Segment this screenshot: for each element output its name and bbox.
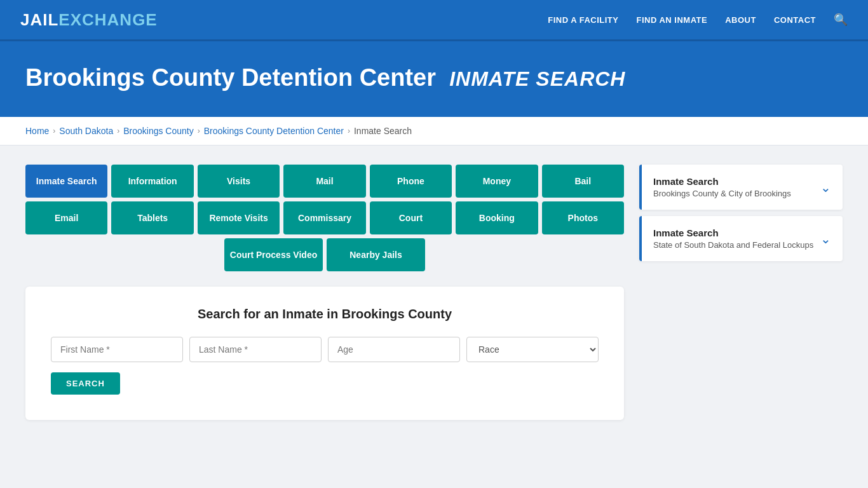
- breadcrumb-facility[interactable]: Brookings County Detention Center: [204, 126, 344, 136]
- tab-phone[interactable]: Phone: [370, 165, 452, 198]
- sep-4: ›: [348, 126, 350, 135]
- breadcrumb-county[interactable]: Brookings County: [123, 126, 194, 136]
- tab-court-process-video[interactable]: Court Process Video: [224, 238, 323, 271]
- hero-subtitle: INMATE SEARCH: [449, 67, 625, 90]
- search-button[interactable]: SEARCH: [51, 372, 120, 395]
- tab-nearby-jails[interactable]: Nearby Jails: [327, 238, 425, 271]
- breadcrumb-state[interactable]: South Dakota: [59, 126, 113, 136]
- age-input[interactable]: [328, 337, 460, 362]
- tab-tablets[interactable]: Tablets: [111, 201, 193, 234]
- sep-3: ›: [198, 126, 200, 135]
- sidebar-card-brookings-subtitle: Brookings County & City of Brookings: [653, 189, 791, 198]
- tab-mail[interactable]: Mail: [283, 165, 365, 198]
- search-card: Search for an Inmate in Brookings County…: [25, 287, 624, 420]
- hero-title: Brookings County Detention Center: [25, 64, 436, 91]
- sidebar-card-southdakota-text: Inmate Search State of South Dakota and …: [653, 227, 813, 250]
- search-icon[interactable]: 🔍: [834, 13, 848, 27]
- sidebar-card-southdakota: Inmate Search State of South Dakota and …: [639, 216, 843, 261]
- breadcrumb-home[interactable]: Home: [25, 126, 49, 136]
- tab-photos[interactable]: Photos: [542, 201, 624, 234]
- left-section: Inmate Search Information Visits Mail Ph…: [25, 165, 624, 420]
- tab-money[interactable]: Money: [456, 165, 538, 198]
- content-layout: Inmate Search Information Visits Mail Ph…: [25, 165, 843, 420]
- sidebar-card-brookings-title: Inmate Search: [653, 176, 791, 187]
- first-name-input[interactable]: [51, 337, 183, 362]
- right-sidebar: Inmate Search Brookings County & City of…: [639, 165, 843, 420]
- page-title: Brookings County Detention Center INMATE…: [25, 64, 843, 92]
- tab-visits[interactable]: Visits: [198, 165, 280, 198]
- tab-bail[interactable]: Bail: [542, 165, 624, 198]
- tab-email[interactable]: Email: [25, 201, 107, 234]
- breadcrumb-bar: Home › South Dakota › Brookings County ›…: [0, 117, 868, 146]
- sep-1: ›: [53, 126, 55, 135]
- tab-commissary[interactable]: Commissary: [283, 201, 365, 234]
- sidebar-card-brookings: Inmate Search Brookings County & City of…: [639, 165, 843, 210]
- search-title: Search for an Inmate in Brookings County: [51, 307, 599, 322]
- nav-find-inmate[interactable]: FIND AN INMATE: [636, 15, 707, 25]
- tabs-row-1: Inmate Search Information Visits Mail Ph…: [25, 165, 624, 198]
- nav-contact[interactable]: CONTACT: [774, 15, 816, 25]
- sidebar-card-southdakota-subtitle: State of South Dakota and Federal Lockup…: [653, 240, 813, 250]
- sidebar-card-brookings-header[interactable]: Inmate Search Brookings County & City of…: [642, 165, 843, 210]
- site-logo[interactable]: JAILEXCHANGE: [20, 10, 158, 30]
- sidebar-card-brookings-text: Inmate Search Brookings County & City of…: [653, 176, 791, 198]
- tab-court[interactable]: Court: [370, 201, 452, 234]
- search-fields: Race White Black Hispanic Asian Native A…: [51, 337, 599, 362]
- nav-about[interactable]: ABOUT: [725, 15, 756, 25]
- tab-inmate-search[interactable]: Inmate Search: [25, 165, 107, 198]
- site-header: JAILEXCHANGE FIND A FACILITY FIND AN INM…: [0, 0, 868, 41]
- hero-banner: Brookings County Detention Center INMATE…: [0, 41, 868, 117]
- sep-2: ›: [117, 126, 119, 135]
- last-name-input[interactable]: [189, 337, 322, 362]
- tab-information[interactable]: Information: [111, 165, 193, 198]
- breadcrumb-current: Inmate Search: [354, 126, 412, 136]
- logo-exchange: EXCHANGE: [58, 10, 157, 29]
- tab-remote-visits[interactable]: Remote Visits: [198, 201, 280, 234]
- main-wrapper: Inmate Search Information Visits Mail Ph…: [0, 146, 868, 439]
- nav-find-facility[interactable]: FIND A FACILITY: [548, 15, 618, 25]
- main-nav: FIND A FACILITY FIND AN INMATE ABOUT CON…: [548, 13, 848, 27]
- logo-jail: JAIL: [20, 10, 58, 29]
- race-select[interactable]: Race White Black Hispanic Asian Native A…: [466, 337, 599, 362]
- sidebar-card-southdakota-header[interactable]: Inmate Search State of South Dakota and …: [642, 216, 843, 261]
- tabs-row-2: Email Tablets Remote Visits Commissary C…: [25, 201, 624, 234]
- tabs-row-3: Court Process Video Nearby Jails: [25, 238, 624, 271]
- breadcrumb: Home › South Dakota › Brookings County ›…: [25, 126, 843, 136]
- chevron-down-icon: ⌄: [820, 180, 831, 195]
- sidebar-card-southdakota-title: Inmate Search: [653, 227, 813, 238]
- chevron-down-icon-2: ⌄: [820, 231, 831, 247]
- tab-booking[interactable]: Booking: [456, 201, 538, 234]
